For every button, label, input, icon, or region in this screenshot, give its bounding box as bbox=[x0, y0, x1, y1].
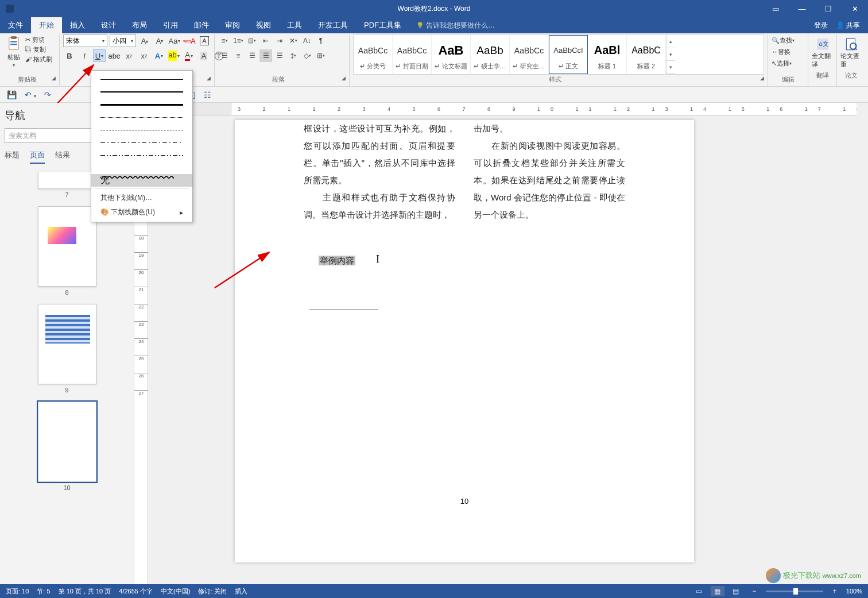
decrease-font-icon[interactable]: A▾ bbox=[153, 34, 166, 47]
bullets-icon[interactable]: ≡▾ bbox=[218, 34, 231, 47]
styles-launcher-icon[interactable]: ◢ bbox=[760, 75, 764, 81]
char-shading-icon[interactable]: A bbox=[197, 49, 210, 62]
asian-layout-icon[interactable]: ✕▾ bbox=[287, 34, 300, 47]
increase-indent-icon[interactable]: ⇥ bbox=[273, 34, 286, 47]
select-button[interactable]: ↖ 选择 ▾ bbox=[772, 57, 804, 69]
highlight-color-icon[interactable]: ab▾ bbox=[168, 49, 180, 62]
style-↵ 研究生…[interactable]: AaBbCc↵ 研究生… bbox=[510, 35, 549, 74]
tab-tools[interactable]: 工具 bbox=[279, 17, 310, 33]
underline-button[interactable]: U▾ bbox=[93, 49, 106, 62]
undo-icon[interactable]: ↶ ▾ bbox=[25, 90, 36, 99]
minimize-icon[interactable]: — bbox=[789, 0, 815, 17]
document-area[interactable]: 3 2 1 1 2 3 4 5 6 7 8 9 10 11 12 13 14 1… bbox=[134, 103, 868, 584]
paragraph-launcher-icon[interactable]: ◢ bbox=[342, 75, 346, 81]
underline-color[interactable]: 🎨 下划线颜色(U)▸ bbox=[91, 205, 192, 219]
underline-single[interactable] bbox=[91, 73, 192, 86]
redo-icon[interactable]: ↷ bbox=[44, 90, 51, 99]
shading-icon[interactable]: ◇▾ bbox=[301, 49, 313, 62]
underline-thick[interactable] bbox=[91, 98, 192, 111]
restore-icon[interactable]: ❐ bbox=[815, 0, 842, 17]
nav-tab-headings[interactable]: 标题 bbox=[5, 150, 20, 164]
cut-button[interactable]: ✂ 剪切 bbox=[25, 36, 52, 44]
nav-tab-pages[interactable]: 页面 bbox=[30, 150, 45, 164]
decrease-indent-icon[interactable]: ⇤ bbox=[259, 34, 272, 47]
underline-double[interactable] bbox=[91, 86, 192, 98]
char-border-icon[interactable]: A bbox=[198, 34, 211, 47]
style-标题 1[interactable]: AaBl标题 1 bbox=[588, 35, 627, 74]
underline-dot-dot-dash[interactable] bbox=[91, 149, 192, 161]
strikethrough-button[interactable]: abc bbox=[108, 49, 121, 62]
show-marks-icon[interactable]: ¶ bbox=[315, 34, 327, 47]
autosave-indicator[interactable] bbox=[6, 5, 14, 13]
status-words[interactable]: 4/2655 个字 bbox=[119, 587, 153, 596]
status-insert[interactable]: 插入 bbox=[235, 587, 247, 596]
underline-dashed[interactable] bbox=[91, 124, 192, 136]
save-icon[interactable]: 💾 bbox=[7, 90, 17, 99]
multilevel-icon[interactable]: ⊟▾ bbox=[246, 34, 258, 47]
thumb-10[interactable] bbox=[38, 402, 96, 482]
tab-insert[interactable]: 插入 bbox=[62, 17, 93, 33]
align-right-icon[interactable]: ☰ bbox=[246, 49, 258, 62]
replace-button[interactable]: ↔ 替换 bbox=[772, 46, 804, 57]
touch-mode-icon[interactable]: ☷ bbox=[204, 90, 211, 99]
tab-mailings[interactable]: 邮件 bbox=[186, 17, 217, 33]
tab-design[interactable]: 设计 bbox=[93, 17, 124, 33]
bold-button[interactable]: B bbox=[63, 49, 76, 62]
underline-dot-dash[interactable] bbox=[91, 136, 192, 149]
paste-button[interactable]: 粘贴▾ bbox=[6, 34, 22, 68]
tab-review[interactable]: 审阅 bbox=[217, 17, 248, 33]
style-↵ 硕士学…[interactable]: AaBb↵ 硕士学… bbox=[471, 35, 510, 74]
font-name-select[interactable]: 宋体▾ bbox=[63, 34, 107, 47]
clipboard-launcher-icon[interactable]: ◢ bbox=[52, 75, 56, 81]
tab-view[interactable]: 视图 bbox=[248, 17, 279, 33]
status-track[interactable]: 修订: 关闭 bbox=[198, 587, 227, 596]
doc-col2[interactable]: 击加号。 在新的阅读视图中阅读更加容易。可以折叠文档某些部分并关注所需文本。如果… bbox=[474, 120, 625, 223]
view-print-icon[interactable]: ▦ bbox=[711, 586, 724, 596]
tab-pdf[interactable]: PDF工具集 bbox=[356, 17, 409, 33]
thumb-8[interactable] bbox=[38, 206, 96, 287]
underline-more[interactable]: 其他下划线(M)… bbox=[91, 191, 192, 205]
justify-icon[interactable]: ☰ bbox=[259, 49, 272, 62]
nav-tab-results[interactable]: 结果 bbox=[55, 150, 70, 164]
font-launcher-icon[interactable]: ◢ bbox=[207, 75, 211, 81]
superscript-button[interactable]: x2 bbox=[138, 49, 150, 62]
sort-icon[interactable]: A↓ bbox=[301, 34, 313, 47]
italic-button[interactable]: I bbox=[78, 49, 91, 62]
ribbon-options-icon[interactable]: ▭ bbox=[762, 0, 789, 17]
zoom-slider[interactable] bbox=[766, 591, 823, 592]
style-↵ 论文标题[interactable]: AaB↵ 论文标题 bbox=[432, 35, 471, 74]
zoom-level[interactable]: 100% bbox=[846, 588, 862, 595]
find-button[interactable]: 🔍 查找 ▾ bbox=[772, 34, 804, 46]
copy-button[interactable]: ⿻ 复制 bbox=[25, 45, 52, 54]
doc-col1[interactable]: 框设计，这些设计可互为补充。例如，您可以添加匹配的封面、页眉和提要栏。单击"插入… bbox=[304, 120, 455, 223]
phonetic-guide-icon[interactable]: wénA bbox=[183, 34, 196, 47]
tab-home[interactable]: 开始 bbox=[31, 17, 62, 33]
styles-down-icon[interactable]: ▾ bbox=[666, 48, 675, 61]
share-button[interactable]: 👤 共享 bbox=[836, 21, 860, 30]
group-lookup[interactable]: 论文查重 论文 bbox=[837, 34, 866, 86]
tab-file[interactable]: 文件 bbox=[0, 17, 31, 33]
tab-layout[interactable]: 布局 bbox=[124, 17, 155, 33]
status-page[interactable]: 页面: 10 bbox=[6, 587, 29, 596]
selected-text[interactable]: 举例内容 bbox=[319, 256, 355, 265]
font-color-icon[interactable]: A▾ bbox=[183, 49, 195, 62]
numbering-icon[interactable]: 1≡▾ bbox=[232, 34, 245, 47]
status-page-of[interactable]: 第 10 页，共 10 页 bbox=[59, 587, 111, 596]
view-web-icon[interactable]: ▤ bbox=[729, 586, 743, 596]
style-↵ 封面日期[interactable]: AaBbCc↵ 封面日期 bbox=[393, 35, 432, 74]
increase-font-icon[interactable]: A▴ bbox=[138, 34, 151, 47]
underline-dotted[interactable] bbox=[91, 111, 192, 124]
page-canvas[interactable]: 框设计，这些设计可互为补充。例如，您可以添加匹配的封面、页眉和提要栏。单击"插入… bbox=[235, 120, 694, 562]
view-read-icon[interactable]: ▭ bbox=[692, 586, 706, 596]
close-icon[interactable]: ✕ bbox=[842, 0, 868, 17]
thumb-9[interactable] bbox=[38, 304, 96, 384]
change-case-icon[interactable]: Aa▾ bbox=[168, 34, 181, 47]
thumb-7[interactable] bbox=[38, 172, 96, 189]
style-↵ 正文[interactable]: AaBbCcI↵ 正文 bbox=[549, 35, 588, 74]
underline-wave[interactable] bbox=[91, 161, 192, 174]
tell-me-input[interactable]: 告诉我您想要做什么… bbox=[416, 17, 495, 33]
horizontal-ruler[interactable]: 3 2 1 1 2 3 4 5 6 7 8 9 10 11 12 13 14 1… bbox=[232, 103, 857, 115]
styles-up-icon[interactable]: ▴ bbox=[666, 35, 675, 48]
tab-dev[interactable]: 开发工具 bbox=[310, 17, 356, 33]
subscript-button[interactable]: x2 bbox=[123, 49, 135, 62]
